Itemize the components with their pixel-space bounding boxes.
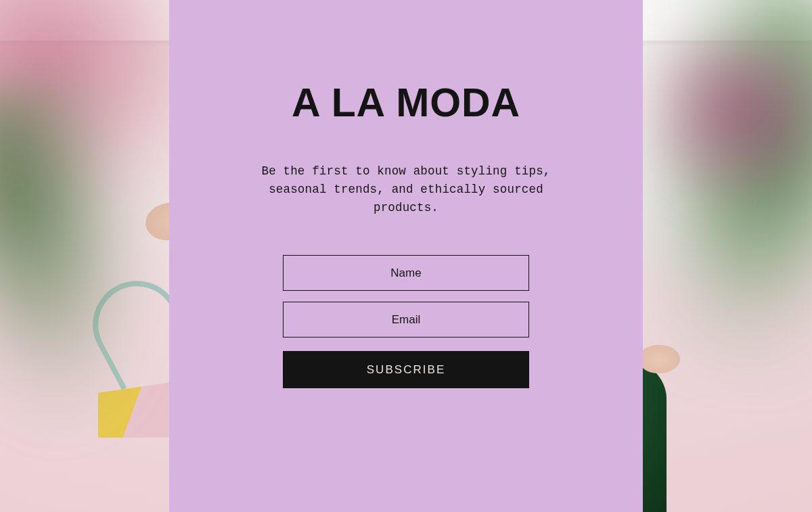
subscribe-button[interactable]: SUBSCRIBE [283,351,529,388]
name-input[interactable] [283,255,529,291]
subscribe-form: SUBSCRIBE [283,255,529,388]
bg-blur-flower-right [650,41,812,216]
email-input[interactable] [283,302,529,338]
signup-card: A LA MODA Be the first to know about sty… [169,0,643,512]
card-subtitle: Be the first to know about styling tips,… [247,162,565,217]
brand-title: A LA MODA [292,80,520,126]
